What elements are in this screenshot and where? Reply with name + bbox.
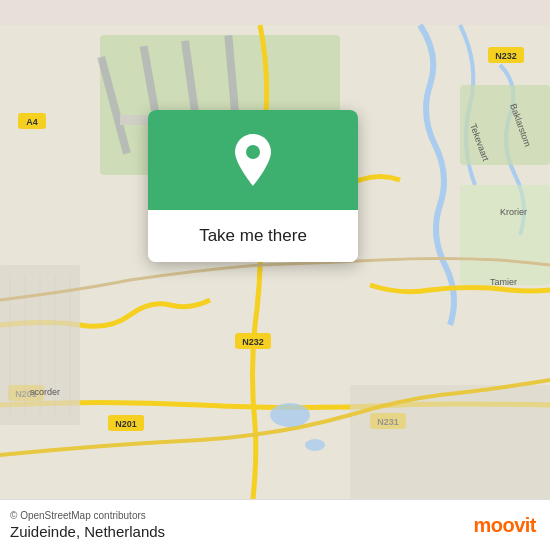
svg-rect-9 bbox=[460, 185, 550, 285]
popup-header bbox=[148, 110, 358, 210]
map-container: A4 N232 N32 N232 N201 N201 N231 Tekevaar… bbox=[0, 0, 550, 550]
location-pin-icon bbox=[230, 132, 276, 188]
svg-point-38 bbox=[246, 145, 260, 159]
svg-text:N232: N232 bbox=[242, 337, 264, 347]
moovit-logo: moovit bbox=[473, 514, 536, 537]
location-name: Zuideinde, Netherlands bbox=[10, 523, 165, 540]
svg-point-36 bbox=[270, 403, 310, 427]
popup-card: Take me there bbox=[148, 110, 358, 262]
map-background: A4 N232 N32 N232 N201 N201 N231 Tekevaar… bbox=[0, 0, 550, 550]
svg-point-37 bbox=[305, 439, 325, 451]
bottom-bar: © OpenStreetMap contributors Zuideinde, … bbox=[0, 499, 550, 550]
svg-text:N232: N232 bbox=[495, 51, 517, 61]
svg-rect-6 bbox=[120, 115, 150, 125]
svg-text:A4: A4 bbox=[26, 117, 38, 127]
svg-text:Tamier: Tamier bbox=[490, 277, 517, 287]
svg-text:N201: N201 bbox=[115, 419, 137, 429]
svg-text:Krorier: Krorier bbox=[500, 207, 527, 217]
svg-text:scorder: scorder bbox=[30, 387, 60, 397]
moovit-logo-text: moovit bbox=[473, 514, 536, 537]
copyright-text: © OpenStreetMap contributors bbox=[10, 510, 165, 521]
take-me-there-button[interactable]: Take me there bbox=[148, 210, 358, 262]
